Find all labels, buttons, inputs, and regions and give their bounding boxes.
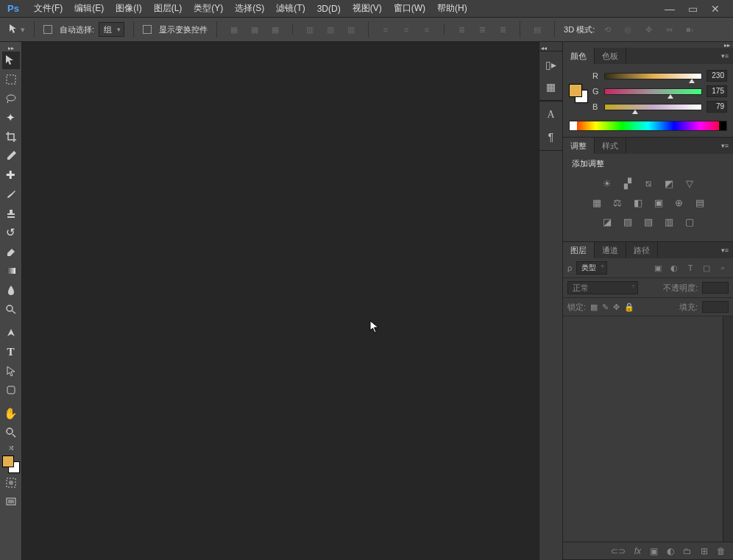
type-tool[interactable]: T [2, 343, 20, 361]
adjust-layer-icon[interactable]: ◐ [667, 546, 674, 556]
photofilter-icon[interactable]: ▣ [651, 196, 666, 209]
swap-colors-icon[interactable]: ⤭ [2, 443, 20, 452]
brightness-icon[interactable]: ☀ [600, 177, 615, 190]
layer-fx-icon[interactable]: fx [634, 546, 641, 556]
selcolor-icon[interactable]: ▢ [682, 215, 697, 228]
b-slider[interactable] [604, 104, 702, 110]
screenmode-tool[interactable] [2, 493, 20, 511]
align-left-icon[interactable]: ▥ [302, 21, 318, 38]
adjust-panel-menu-icon[interactable]: ▾≡ [717, 142, 733, 149]
menu-help[interactable]: 帮助(H) [431, 0, 473, 17]
menu-3d[interactable]: 3D(D) [311, 1, 347, 16]
dist-right-icon[interactable]: ≣ [495, 21, 511, 38]
layers-list[interactable] [563, 316, 733, 542]
menu-image[interactable]: 图像(I) [110, 0, 147, 17]
dist-vmid-icon[interactable]: ≡ [398, 21, 414, 38]
menu-type[interactable]: 类型(Y) [188, 0, 229, 17]
orbit3d-icon[interactable]: ⟲ [599, 21, 615, 38]
lock-trans-icon[interactable]: ▩ [590, 302, 598, 312]
right-collapse-icon[interactable]: ▸▸ [563, 42, 733, 48]
group-icon[interactable]: 🗀 [683, 546, 692, 556]
link-layers-icon[interactable]: ⊂⊃ [611, 546, 626, 556]
tab-styles[interactable]: 样式 [595, 138, 626, 154]
shape-tool[interactable] [2, 381, 20, 399]
dist-hmid-icon[interactable]: ≣ [474, 21, 490, 38]
lock-paint-icon[interactable]: ✎ [602, 302, 609, 312]
menu-window[interactable]: 窗口(W) [388, 0, 431, 17]
filter-pixel-icon[interactable]: ▣ [652, 263, 664, 273]
g-value[interactable]: 175 [707, 85, 727, 97]
canvas-area[interactable] [22, 42, 539, 560]
exposure-icon[interactable]: ◩ [662, 177, 676, 190]
minimize-icon[interactable]: — [665, 3, 675, 15]
paragraph-panel-icon[interactable]: ¶ [544, 130, 559, 144]
r-value[interactable]: 230 [707, 70, 727, 82]
filter-adjust-icon[interactable]: ◐ [668, 263, 680, 273]
r-slider[interactable] [604, 73, 702, 79]
auto-select-dropdown[interactable]: 组 [99, 22, 124, 37]
new-layer-icon[interactable]: ⊞ [701, 546, 708, 556]
colbal-icon[interactable]: ⚖ [610, 196, 625, 209]
menu-edit[interactable]: 编辑(E) [68, 0, 110, 17]
properties-panel-icon[interactable]: ▦ [544, 79, 559, 94]
filter-shape-icon[interactable]: ▢ [701, 263, 712, 273]
invert-icon[interactable]: ◪ [600, 215, 615, 228]
pan3d-icon[interactable]: ✥ [640, 21, 656, 38]
layers-scrollbar[interactable] [723, 316, 733, 542]
levels-icon[interactable]: ▞ [620, 177, 635, 190]
menu-filter[interactable]: 滤镜(T) [270, 0, 311, 17]
filter-type-icon[interactable]: T [684, 263, 696, 273]
poster-icon[interactable]: ▨ [620, 215, 635, 228]
trash-icon[interactable]: 🗑 [717, 546, 726, 556]
menu-layer[interactable]: 图层(L) [148, 0, 188, 17]
gradmap-icon[interactable]: ▥ [662, 215, 676, 228]
foreground-swatch[interactable] [2, 456, 14, 467]
eyedropper-tool[interactable] [2, 147, 20, 165]
filter-smart-icon[interactable]: ▫ [717, 263, 729, 273]
layer-mask-icon[interactable]: ▣ [650, 546, 658, 556]
stamp-tool[interactable] [2, 205, 20, 222]
fill-input[interactable] [702, 301, 729, 313]
tab-adjust[interactable]: 调整 [563, 138, 595, 154]
history-brush-tool[interactable]: ↺ [2, 224, 20, 241]
bw-icon[interactable]: ◧ [631, 196, 645, 209]
slide3d-icon[interactable]: ⇔ [661, 21, 677, 38]
zoom3d-icon[interactable]: ■‹ [681, 21, 698, 38]
auto-align-icon[interactable]: ▤ [529, 21, 545, 38]
align-bottom-icon[interactable]: ▦ [267, 21, 283, 38]
align-hmid-icon[interactable]: ▥ [322, 21, 339, 38]
hsl-icon[interactable]: ▦ [589, 196, 604, 209]
tab-layers[interactable]: 图层 [563, 242, 595, 258]
dist-top-icon[interactable]: ≡ [378, 21, 394, 38]
align-right-icon[interactable]: ▥ [343, 21, 359, 38]
menu-view[interactable]: 视图(V) [347, 0, 388, 17]
pen-tool[interactable] [2, 324, 20, 341]
dodge-tool[interactable] [2, 300, 20, 318]
tab-paths[interactable]: 路径 [626, 242, 658, 258]
color-panel-swatches[interactable] [569, 84, 588, 103]
auto-select-checkbox[interactable] [43, 25, 52, 34]
chanmix-icon[interactable]: ⊕ [672, 196, 687, 209]
history-panel-icon[interactable]: ▯▸ [544, 57, 559, 72]
move-tool-icon[interactable]: ▾ [9, 21, 25, 38]
path-select-tool[interactable] [2, 362, 20, 380]
toolbox-collapse-icon[interactable]: ▸▸ [0, 45, 21, 51]
layer-filter-select[interactable]: 类型 [576, 261, 607, 274]
blend-mode-select[interactable]: 正常 [567, 281, 638, 294]
menu-file[interactable]: 文件(F) [28, 0, 68, 17]
color-swatches[interactable] [2, 456, 20, 473]
tab-swatches[interactable]: 色板 [595, 48, 626, 64]
gradient-tool[interactable] [2, 262, 20, 280]
curves-icon[interactable]: ⧅ [641, 177, 656, 190]
lock-pos-icon[interactable]: ✥ [613, 302, 620, 312]
hand-tool[interactable]: ✋ [2, 405, 20, 422]
zoom-tool[interactable] [2, 424, 20, 442]
vibrance-icon[interactable]: ▽ [682, 177, 697, 190]
blur-tool[interactable] [2, 281, 20, 299]
color-panel-menu-icon[interactable]: ▾≡ [717, 52, 733, 60]
align-top-icon[interactable]: ▦ [226, 21, 242, 38]
brush-tool[interactable] [2, 185, 20, 203]
lock-all-icon[interactable]: 🔒 [624, 302, 634, 312]
colorlookup-icon[interactable]: ▤ [693, 196, 707, 209]
color-spectrum[interactable] [569, 121, 727, 131]
